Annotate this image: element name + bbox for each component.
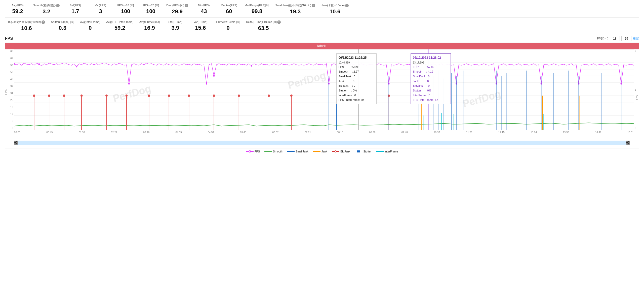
stat-item: FTime>=100ms [%]0: [213, 19, 243, 32]
y-axis-right: 2 1 0: [634, 49, 639, 130]
stat-item: Avg(InterFrame)0: [77, 19, 103, 32]
legend-fps-label: FPS: [255, 150, 260, 153]
svg-point-48: [188, 94, 190, 97]
svg-point-46: [168, 94, 170, 97]
svg-point-18: [76, 66, 77, 67]
stat-value: 3: [99, 8, 102, 15]
label-bar: label1: [5, 43, 639, 49]
legend-item-smalljank[interactable]: SmallJank: [287, 150, 308, 153]
stat-item: BigJank(严重卡顿)(/10min)?10.6: [5, 19, 48, 33]
legend-item-fps[interactable]: FPS: [246, 150, 260, 153]
legend-smalljank-label: SmallJank: [296, 150, 308, 153]
legend-interframe-label: InterFrame: [385, 150, 398, 153]
chart-plot: PerfDog PerfDog PerfDog: [14, 49, 634, 130]
svg-text:PerfDog: PerfDog: [461, 88, 502, 110]
stats-row-2: BigJank(严重卡顿)(/10min)?10.6Stutter(卡顿率) […: [5, 17, 639, 33]
stat-item: Avg(FPS+InterFrame)59.2: [103, 19, 136, 32]
chart-title: FPS: [5, 36, 13, 41]
stat-label: Jank(卡顿)(/10min)?: [321, 4, 349, 7]
stat-value: 10.6: [21, 25, 32, 31]
stat-item: Smooth(稳帧指数)?3.2: [30, 3, 63, 16]
smooth-line: [14, 123, 634, 126]
legend-smooth-icon: [264, 150, 272, 153]
scrollbar-container[interactable]: ⦿ ⦿: [14, 141, 630, 145]
legend: FPS Smooth SmallJank Jank: [5, 148, 639, 154]
fps-threshold-input-2[interactable]: [621, 36, 631, 41]
stat-label: Smooth(稳帧指数)?: [33, 4, 60, 7]
help-icon[interactable]: ?: [277, 20, 281, 24]
stat-value: 15.6: [195, 25, 206, 31]
svg-point-52: [238, 94, 240, 97]
chart-area[interactable]: 68 62 56 50 43 37 31 25 19 12 6 0 FPS: [5, 49, 639, 140]
help-icon[interactable]: ?: [42, 20, 45, 24]
stat-value: 16.9: [144, 25, 155, 31]
svg-point-92: [249, 151, 250, 152]
stat-item: Jank(卡顿)(/10min)?10.6: [318, 3, 352, 16]
stat-value: 99.8: [252, 8, 262, 15]
stat-value: 59.2: [12, 8, 23, 15]
stat-item: Median(FPS)60: [216, 3, 242, 16]
help-icon[interactable]: ?: [56, 4, 60, 7]
svg-point-40: [105, 94, 108, 97]
y-axis-label: FPS: [5, 89, 7, 95]
svg-point-36: [63, 94, 65, 97]
scrollbar-thumb-left[interactable]: ⦿: [14, 141, 18, 145]
fps-controls: FPS(>=) 重置: [597, 36, 639, 41]
svg-text:PerfDog: PerfDog: [112, 82, 152, 105]
stat-item: MedRange(FPS)[%]99.8: [242, 3, 272, 16]
stat-label: Min(FPS): [198, 4, 210, 7]
stat-item: Std(FTime)3.9: [163, 19, 188, 32]
stat-value: 0.3: [59, 25, 66, 31]
stat-item: Avg(FPS)59.2: [5, 3, 30, 16]
stat-value: 63.5: [258, 25, 269, 31]
fps-threshold-label: FPS(>=): [597, 37, 608, 40]
svg-point-54: [268, 94, 270, 97]
stat-label: SmallJank(微小卡顿)(/10min)?: [275, 4, 315, 7]
stat-value: 10.6: [330, 8, 340, 15]
stat-label: Avg(FPS+InterFrame): [106, 20, 133, 24]
stat-item: Drop(FPS) [/h]?29.9: [163, 3, 191, 16]
help-icon[interactable]: ?: [185, 4, 188, 7]
legend-item-jank[interactable]: Jank: [313, 150, 327, 153]
svg-text:PerfDog: PerfDog: [287, 69, 327, 91]
scrollbar-thumb-right[interactable]: ⦿: [626, 141, 630, 145]
stat-label: Avg(FTime) [ms]: [139, 20, 160, 24]
stat-value: 3.9: [171, 25, 179, 31]
fps-threshold-input-1[interactable]: [610, 36, 620, 41]
svg-point-56: [290, 94, 293, 97]
svg-point-21: [213, 75, 215, 77]
stat-label: Var(FTime): [194, 20, 207, 24]
help-icon[interactable]: ?: [312, 4, 315, 7]
stat-label: BigJank(严重卡顿)(/10min)?: [8, 20, 45, 24]
legend-item-bigjank[interactable]: BigJank: [332, 150, 350, 153]
stat-label: Drop(FPS) [/h]?: [166, 4, 188, 7]
stat-value: 3.2: [43, 8, 50, 15]
svg-point-20: [206, 83, 207, 84]
legend-item-stutter[interactable]: Stutter: [355, 150, 371, 153]
help-icon[interactable]: ?: [345, 4, 349, 7]
legend-item-interframe[interactable]: InterFrame: [376, 150, 398, 153]
stat-label: Var(FPS): [95, 4, 106, 7]
stat-item: Var(FPS)3: [88, 3, 113, 16]
legend-smalljank-icon: [287, 150, 295, 153]
svg-point-19: [128, 83, 130, 84]
scrollbar-track[interactable]: ⦿ ⦿: [14, 141, 630, 145]
stat-label: Avg(FPS): [12, 4, 23, 7]
svg-point-22: [251, 65, 252, 67]
stat-value: 0: [89, 25, 92, 31]
chart-container: label1 68 62 56 50 43 37 31 25 19 12 6 0…: [5, 43, 639, 148]
stat-item: Std(FPS)1.7: [63, 3, 88, 16]
legend-item-smooth[interactable]: Smooth: [264, 150, 283, 153]
svg-point-34: [48, 94, 50, 97]
reset-button[interactable]: 重置: [633, 37, 639, 41]
stat-value: 19.3: [290, 8, 301, 15]
legend-bigjank-label: BigJank: [340, 150, 350, 153]
svg-point-42: [125, 94, 128, 97]
stat-value: 59.2: [114, 25, 125, 31]
stat-item: SmallJank(微小卡顿)(/10min)?19.3: [272, 3, 318, 16]
stats-section-row1: Avg(FPS)59.2Smooth(稳帧指数)?3.2Std(FPS)1.7V…: [0, 0, 644, 34]
stat-label: FTime>=100ms [%]: [216, 20, 240, 24]
stat-item: Min(FPS)43: [191, 3, 216, 16]
stat-label: Std(FPS): [70, 4, 81, 7]
stat-label: FPS>=18 [%]: [117, 4, 134, 7]
